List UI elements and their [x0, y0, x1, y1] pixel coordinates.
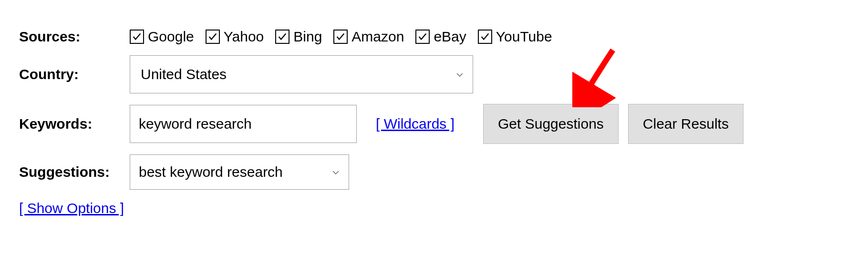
- checkmark-icon: [130, 30, 144, 44]
- checkmark-icon: [275, 30, 289, 44]
- checkbox-youtube[interactable]: YouTube: [478, 29, 552, 45]
- keywords-input[interactable]: [130, 105, 357, 143]
- label-keywords: Keywords:: [19, 116, 130, 132]
- row-suggestions: Suggestions: best keyword research: [19, 154, 849, 190]
- row-country: Country: United States: [19, 55, 849, 93]
- chevron-down-icon: [455, 66, 464, 82]
- checkmark-icon: [206, 30, 220, 44]
- row-show-options: [ Show Options ]: [19, 200, 849, 216]
- checkbox-label: Google: [148, 29, 194, 45]
- row-keywords: Keywords: [ Wildcards ] Get Suggestions …: [19, 104, 849, 144]
- checkbox-label: Amazon: [351, 29, 404, 45]
- checkbox-label: YouTube: [496, 29, 552, 45]
- checkbox-amazon[interactable]: Amazon: [333, 29, 404, 45]
- chevron-down-icon: [331, 164, 340, 180]
- wildcards-link[interactable]: [ Wildcards ]: [376, 116, 455, 132]
- checkbox-bing[interactable]: Bing: [275, 29, 322, 45]
- checkmark-icon: [415, 30, 430, 44]
- checkbox-google[interactable]: Google: [130, 29, 194, 45]
- suggestions-selected-value: best keyword research: [139, 164, 283, 180]
- suggestions-select[interactable]: best keyword research: [130, 154, 349, 190]
- sources-checkbox-group: Google Yahoo Bing Amazon eBay: [130, 29, 552, 45]
- row-sources: Sources: Google Yahoo Bing Amazon: [19, 29, 849, 45]
- checkbox-label: Yahoo: [224, 29, 264, 45]
- checkmark-icon: [478, 30, 492, 44]
- checkbox-yahoo[interactable]: Yahoo: [206, 29, 264, 45]
- get-suggestions-button[interactable]: Get Suggestions: [483, 104, 619, 144]
- country-select[interactable]: United States: [130, 55, 473, 93]
- label-suggestions: Suggestions:: [19, 164, 130, 180]
- label-country: Country:: [19, 66, 130, 82]
- action-buttons: Get Suggestions Clear Results: [483, 104, 744, 144]
- label-sources: Sources:: [19, 29, 130, 45]
- country-selected-value: United States: [141, 66, 227, 82]
- checkmark-icon: [333, 30, 348, 44]
- clear-results-button[interactable]: Clear Results: [628, 104, 744, 144]
- checkbox-ebay[interactable]: eBay: [415, 29, 466, 45]
- checkbox-label: eBay: [434, 29, 466, 45]
- checkbox-label: Bing: [293, 29, 322, 45]
- show-options-link[interactable]: [ Show Options ]: [19, 200, 124, 216]
